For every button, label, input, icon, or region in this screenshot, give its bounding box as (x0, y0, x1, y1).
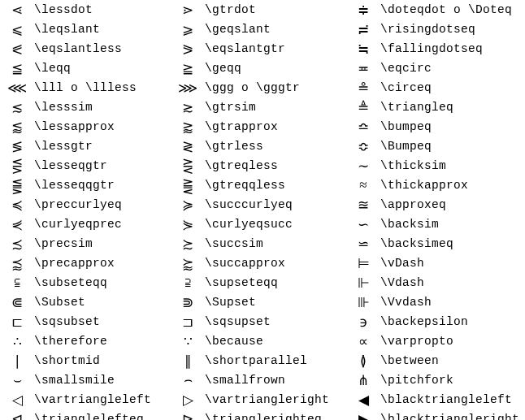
symbol-glyph: ⊐ (171, 314, 205, 331)
table-row: ⋐\Subset⋑\Supset⊪\Vvdash (0, 292, 525, 312)
table-row: ◁\vartriangleleft▷\vartriangleright◀\bla… (0, 390, 525, 409)
symbol-glyph: ⊴ (0, 411, 34, 421)
symbol-glyph: ⌣ (0, 372, 34, 388)
latex-command: \smallsmile (34, 374, 171, 387)
symbol-glyph: ⌢ (171, 372, 205, 388)
symbol-glyph: ⪸ (171, 255, 205, 272)
latex-command: \lessgtr (34, 140, 171, 153)
latex-command: \Vvdash (380, 296, 525, 309)
latex-command: \succcurlyeq (205, 198, 346, 211)
symbol-glyph: ⋗ (171, 2, 205, 19)
latex-command: \fallingdotseq (380, 42, 525, 55)
latex-command: \thickapprox (380, 179, 525, 192)
latex-command: \shortmid (34, 354, 171, 367)
latex-command: \shortparallel (205, 354, 346, 367)
latex-command: \eqslantgtr (205, 42, 346, 55)
symbol-glyph: ⋘ (0, 80, 34, 97)
table-row: ≾\precsim≿\succsim⋍\backsimeq (0, 234, 525, 253)
symbol-glyph: ≓ (346, 21, 380, 38)
latex-command: \therefore (34, 335, 171, 348)
symbol-glyph: ⫅ (0, 275, 34, 291)
latex-command: \vartriangleleft (34, 393, 171, 406)
symbol-glyph: ≽ (171, 197, 205, 214)
table-row: ≶\lessgtr≷\gtrless≎\Bumpeq (0, 136, 525, 156)
latex-command: \backepsilon (380, 315, 525, 328)
latex-command: \succapprox (205, 257, 346, 270)
latex-command: \gtrapprox (205, 120, 346, 133)
symbol-glyph: ≜ (346, 99, 380, 116)
symbol-glyph: ≳ (171, 99, 205, 116)
latex-command: \backsimeq (380, 237, 525, 250)
symbol-glyph: ⪖ (171, 41, 205, 58)
symbol-glyph: ⋔ (346, 372, 380, 389)
symbol-glyph: ∝ (346, 333, 380, 350)
symbol-glyph: ⪕ (0, 41, 34, 58)
table-row: ⌣\smallsmile⌢\smallfrown⋔\pitchfork (0, 370, 525, 390)
symbol-glyph: ⋑ (171, 294, 205, 311)
symbol-glyph: ⪋ (0, 177, 34, 194)
symbol-glyph: ⊩ (346, 275, 380, 292)
symbol-glyph: ⊨ (346, 255, 380, 272)
symbol-glyph: ≊ (346, 197, 380, 214)
latex-command: \sqsubset (34, 315, 171, 328)
latex-command: \backsim (380, 218, 525, 231)
symbol-glyph: ⊏ (0, 314, 34, 331)
latex-command: \gtreqless (205, 159, 346, 172)
latex-command: \curlyeqprec (34, 218, 171, 231)
table-row: ⊏\sqsubset⊐\sqsupset϶\backepsilon (0, 312, 525, 331)
table-row: ∣\shortmid∥\shortparallel≬\between (0, 351, 525, 370)
latex-command: \gtreqqless (205, 179, 346, 192)
latex-command: \lessdot (34, 3, 171, 16)
latex-command: \lesssim (34, 101, 171, 114)
symbol-glyph: ⊪ (346, 294, 380, 311)
symbol-glyph: ◁ (0, 392, 34, 409)
symbol-glyph: ∥ (171, 353, 205, 370)
table-row: ⪕\eqslantless⪖\eqslantgtr≒\fallingdotseq (0, 39, 525, 58)
symbol-glyph: ∣ (0, 353, 34, 370)
latex-command: \lessapprox (34, 120, 171, 133)
symbol-glyph: ⋍ (346, 236, 380, 253)
table-row: ⋚\lesseqgtr⋛\gtreqless∼\thicksim (0, 156, 525, 175)
table-row: ≲\lesssim≳\gtrsim≜\triangleq (0, 97, 525, 117)
latex-command: \subseteqq (34, 276, 171, 289)
symbol-glyph: ⫆ (171, 275, 205, 291)
symbol-glyph: ≲ (0, 99, 34, 116)
latex-command: \succsim (205, 237, 346, 250)
table-row: ≦\leqq≧\geqq≖\eqcirc (0, 58, 525, 78)
latex-command: \ggg o \gggtr (205, 81, 346, 94)
symbol-glyph: ▷ (171, 392, 205, 409)
latex-command: \precapprox (34, 257, 171, 270)
symbol-glyph: ⋙ (171, 80, 205, 97)
symbol-glyph: ⋛ (171, 158, 205, 175)
latex-command: \eqcirc (380, 62, 525, 75)
latex-command: \leqq (34, 62, 171, 75)
latex-command: \approxeq (380, 198, 525, 211)
symbol-glyph: ≎ (346, 138, 380, 155)
latex-command: \circeq (380, 81, 525, 94)
latex-command: \thicksim (380, 159, 525, 172)
symbol-glyph: ≷ (171, 138, 205, 155)
latex-command: \precsim (34, 237, 171, 250)
symbol-glyph: ≿ (171, 236, 205, 253)
symbol-glyph: ≶ (0, 138, 34, 155)
latex-command: \pitchfork (380, 374, 525, 387)
latex-command: \varpropto (380, 335, 525, 348)
symbol-glyph: ⪷ (0, 255, 34, 272)
symbol-glyph: ⪆ (171, 119, 205, 136)
latex-command: \because (205, 335, 346, 348)
symbol-glyph: ⊵ (171, 411, 205, 421)
latex-command: \Supset (205, 296, 346, 309)
latex-symbol-table: ⋖\lessdot⋗\gtrdot≑\doteqdot o \Doteq⩽\le… (0, 0, 525, 420)
symbol-glyph: ≦ (0, 60, 34, 77)
latex-command: \geqq (205, 62, 346, 75)
latex-command: \gtrless (205, 140, 346, 153)
symbol-glyph: ⋚ (0, 158, 34, 175)
latex-command: \leqslant (34, 23, 171, 36)
symbol-glyph: ≈ (346, 177, 380, 193)
latex-command: \Vdash (380, 276, 525, 289)
symbol-glyph: ϶ (346, 314, 380, 331)
latex-command: \preccurlyeq (34, 198, 171, 211)
symbol-glyph: ≬ (346, 353, 380, 370)
symbol-glyph: ⋐ (0, 294, 34, 311)
latex-command: \blacktriangleleft (380, 393, 525, 406)
